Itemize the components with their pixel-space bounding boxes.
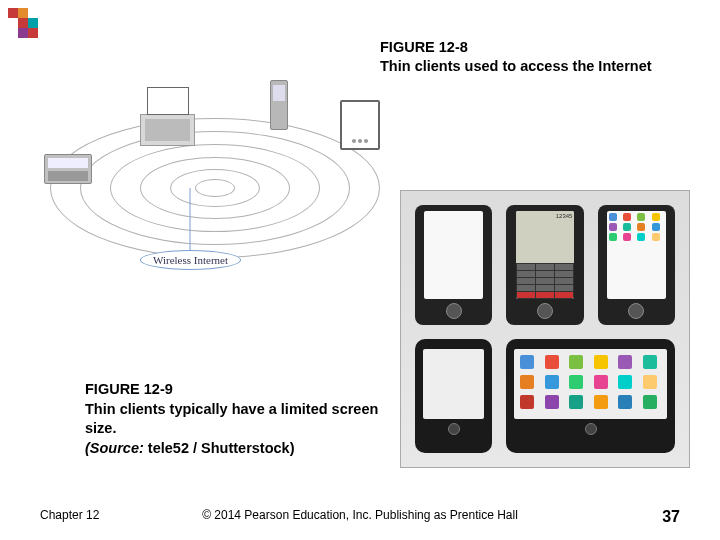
- figure-12-9-source-prefix: (Source:: [85, 440, 144, 456]
- wireless-internet-label: Wireless Internet: [140, 250, 241, 270]
- connector-line-icon: [188, 188, 192, 250]
- figure-12-8-text: Thin clients used to access the Internet: [380, 58, 652, 74]
- figure-12-9-image: 12345: [400, 190, 690, 468]
- figure-12-8-diagram: Wireless Internet: [40, 70, 390, 305]
- smartphone-icon: [415, 205, 492, 325]
- laptop-device-icon: [140, 114, 195, 146]
- copyright-text: © 2014 Pearson Education, Inc. Publishin…: [202, 508, 518, 522]
- phone-display: 12345: [516, 211, 575, 263]
- tablet-blank-icon: [415, 339, 492, 453]
- page-number: 37: [662, 508, 680, 526]
- pda-device-icon: [44, 154, 92, 184]
- chapter-label: Chapter 12: [40, 508, 99, 522]
- smartphone-keypad-icon: 12345: [506, 205, 583, 325]
- slide-footer: Chapter 12 © 2014 Pearson Education, Inc…: [0, 508, 720, 528]
- figure-12-9-source: tele52 / Shutterstock): [144, 440, 295, 456]
- smartphone-apps-icon: [598, 205, 675, 325]
- figure-12-8-caption: FIGURE 12-8 Thin clients used to access …: [380, 38, 710, 76]
- publisher-logo: [8, 8, 48, 48]
- figure-12-9-text: Thin clients typically have a limited sc…: [85, 401, 378, 437]
- figure-12-8-number: FIGURE 12-8: [380, 39, 468, 55]
- figure-12-9-number: FIGURE 12-9: [85, 381, 173, 397]
- tablet-apps-icon: [506, 339, 675, 453]
- tablet-device-icon: [340, 100, 380, 150]
- figure-12-9-caption: FIGURE 12-9 Thin clients typically have …: [85, 380, 385, 458]
- handheld-device-icon: [270, 80, 288, 130]
